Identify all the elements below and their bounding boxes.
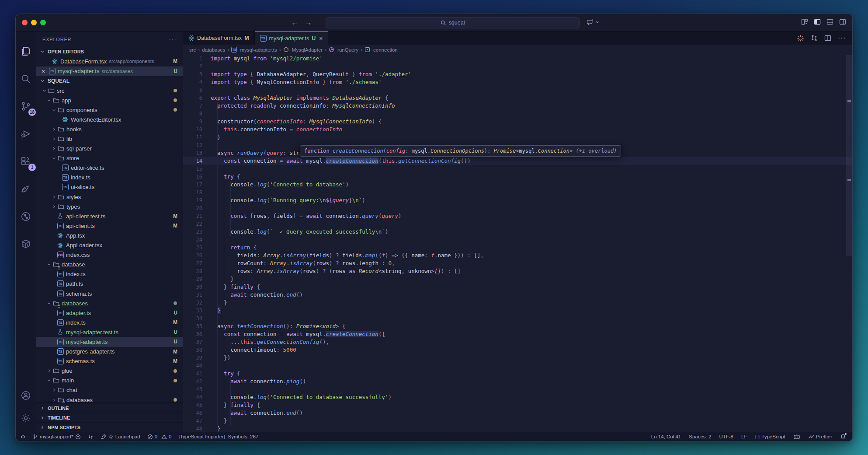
tree-file-worksheeteditor.tsx[interactable]: WorksheetEditor.tsx: [36, 115, 183, 124]
code-line[interactable]: 25 return {: [183, 244, 852, 252]
code-line[interactable]: 2: [183, 63, 852, 70]
tree-file-index.ts[interactable]: TSindex.ts: [36, 173, 183, 182]
git-graph-icon[interactable]: [18, 209, 33, 224]
cursor-position-status[interactable]: Ln 14, Col 41: [651, 434, 681, 439]
tree-folder-main[interactable]: main: [36, 376, 183, 385]
tree-folder-app[interactable]: app: [36, 95, 183, 105]
toggle-panel-icon[interactable]: [826, 18, 833, 25]
code-line[interactable]: 24: [183, 236, 852, 244]
compare-status-icon[interactable]: [88, 434, 94, 440]
toggle-primary-sidebar-icon[interactable]: [814, 18, 821, 25]
code-line[interactable]: 8: [183, 110, 852, 118]
tab-close-icon[interactable]: ×: [319, 35, 323, 42]
code-line[interactable]: 31 await connection.end(): [183, 291, 852, 299]
tree-folder-hooks[interactable]: hooks: [36, 124, 183, 134]
code-line[interactable]: 6export class MysqlAdapter implements Da…: [183, 94, 852, 102]
open-editors-header[interactable]: OPEN EDITORS: [36, 47, 183, 56]
tree-folder-glue[interactable]: glue: [36, 366, 183, 376]
code-line[interactable]: 45 } finally {: [183, 401, 852, 409]
compare-changes-icon[interactable]: [811, 35, 818, 42]
code-line[interactable]: 46 await connection.end(): [183, 409, 852, 417]
tree-file-schema.ts[interactable]: TSschema.ts: [36, 289, 183, 298]
tree-folder-chat[interactable]: chat: [36, 385, 183, 395]
code-line[interactable]: 38 connectTimeout: 5000: [183, 346, 852, 354]
tree-file-editor-slice.ts[interactable]: TSeditor-slice.ts: [36, 163, 183, 173]
search-view-icon[interactable]: [18, 71, 33, 86]
tree-file-ui-slice.ts[interactable]: TSui-slice.ts: [36, 182, 183, 192]
tree-file-mysql-adapter.test.ts[interactable]: mysql-adapter.test.tsU: [36, 327, 183, 337]
prettier-status[interactable]: ✓✓ Prettier: [808, 434, 832, 440]
workspace-root-header[interactable]: SQUEAL: [36, 76, 183, 86]
code-line[interactable]: 11 }: [183, 133, 852, 141]
code-line[interactable]: 18: [183, 189, 852, 196]
code-editor[interactable]: 1import mysql from 'mysql2/promise'23imp…: [183, 55, 852, 432]
nav-forward-button[interactable]: →: [305, 18, 312, 27]
tree-file-api-client.test.ts[interactable]: api-client.test.tsM: [36, 211, 183, 221]
copilot-chat-button[interactable]: [587, 18, 599, 26]
code-line[interactable]: 21 const [rows, fields] = await connecti…: [183, 212, 852, 220]
tree-folder-types[interactable]: types: [36, 202, 183, 211]
settings-gear-icon[interactable]: [18, 411, 33, 426]
notifications-bell-icon[interactable]: [840, 434, 846, 440]
code-line[interactable]: 4import type { MysqlConnectionInfo } fro…: [183, 78, 852, 86]
customize-layout-icon[interactable]: [801, 18, 808, 25]
close-editor-icon[interactable]: ×: [40, 68, 47, 75]
code-line[interactable]: 1import mysql from 'mysql2/promise': [183, 55, 852, 63]
code-line[interactable]: 32 }: [183, 299, 852, 307]
sparkle-action-icon[interactable]: [797, 35, 804, 42]
code-line[interactable]: 10 this.connectionInfo = connectionInfo: [183, 126, 852, 133]
code-line[interactable]: 20: [183, 204, 852, 212]
breadcrumb-item[interactable]: databases: [202, 47, 225, 52]
code-line[interactable]: 39 }): [183, 354, 852, 362]
code-line[interactable]: 28 rows: Array.isArray(rows) ? (rows as …: [183, 267, 852, 275]
more-actions-icon[interactable]: ···: [838, 34, 846, 42]
tree-folder-store[interactable]: store: [36, 154, 183, 163]
outline-section-header[interactable]: OUTLINE: [36, 403, 183, 413]
code-line[interactable]: 48 }: [183, 425, 852, 432]
code-line[interactable]: 14 const connection = await mysql.create…: [183, 157, 852, 165]
close-window-button[interactable]: [22, 20, 28, 25]
breadcrumb-item[interactable]: MysqlAdapter: [292, 47, 323, 52]
container-icon[interactable]: [18, 237, 33, 252]
tab-databaseform[interactable]: DatabaseForm.tsx M: [183, 32, 255, 45]
tree-folder-styles[interactable]: styles: [36, 192, 183, 202]
code-line[interactable]: 17 console.log('Connected to database'): [183, 181, 852, 189]
code-line[interactable]: 35 async testConnection(): Promise<void>…: [183, 322, 852, 330]
accounts-icon[interactable]: [18, 388, 33, 403]
explorer-icon[interactable]: [18, 44, 33, 59]
editor-scrollbar[interactable]: [846, 55, 852, 256]
code-line[interactable]: 47 }: [183, 417, 852, 425]
zoom-window-button[interactable]: [40, 20, 46, 25]
open-editor-item[interactable]: DatabaseForm.tsxsrc/app/componentsM: [36, 56, 183, 66]
npm-scripts-section-header[interactable]: NPM SCRIPTS: [36, 422, 183, 432]
breadcrumb-item[interactable]: runQuery: [337, 47, 358, 52]
source-control-icon[interactable]: 18: [18, 99, 33, 114]
tree-file-postgres-adapter.ts[interactable]: TSpostgres-adapter.tsM: [36, 347, 183, 357]
ts-importer-status[interactable]: [TypeScript Importer]: Symbols: 267: [178, 434, 258, 439]
code-line[interactable]: 3import type { DatabaseAdapter, QueryRes…: [183, 70, 852, 78]
tree-folder-lib[interactable]: lib: [36, 134, 183, 144]
split-editor-icon[interactable]: [824, 35, 831, 42]
breadcrumb-item[interactable]: mysql-adapter.ts: [240, 47, 277, 52]
toggle-secondary-sidebar-icon[interactable]: [839, 18, 846, 25]
timeline-section-header[interactable]: TIMELINE: [36, 413, 183, 422]
code-line[interactable]: 5: [183, 86, 852, 94]
code-line[interactable]: 33 }: [183, 307, 852, 315]
open-editor-item[interactable]: ×TSmysql-adapter.tssrc/databasesU: [36, 66, 183, 77]
tree-file-api-client.ts[interactable]: TSapi-client.tsM: [36, 221, 183, 231]
code-line[interactable]: 15: [183, 165, 852, 173]
code-line[interactable]: 44 console.log('Connected to database su…: [183, 393, 852, 401]
code-line[interactable]: 40: [183, 362, 852, 370]
code-line[interactable]: 36 const connection = await mysql.create…: [183, 330, 852, 338]
tree-folder-src[interactable]: src: [36, 86, 183, 95]
command-center-search[interactable]: squeal: [326, 17, 580, 28]
nav-back-button[interactable]: ←: [291, 18, 299, 27]
code-line[interactable]: 30 } finally {: [183, 283, 852, 291]
tree-folder-database[interactable]: database: [36, 260, 183, 270]
code-line[interactable]: 23 console.log(` ✓ Query executed succes…: [183, 228, 852, 236]
code-line[interactable]: 42 await connection.ping(): [183, 378, 852, 385]
tree-folder-components[interactable]: components: [36, 105, 183, 115]
code-line[interactable]: 29 }: [183, 275, 852, 283]
code-line[interactable]: 41 try {: [183, 370, 852, 378]
breadcrumb-item[interactable]: connection: [373, 47, 398, 52]
